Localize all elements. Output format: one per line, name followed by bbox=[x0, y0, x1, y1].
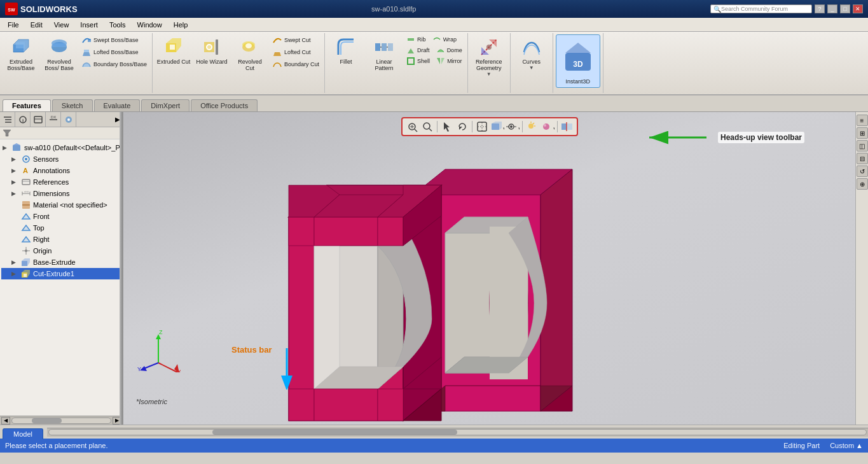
wrap-button[interactable]: Wrap bbox=[430, 34, 459, 45]
boundary-cut-button[interactable]: Boundary Cut bbox=[270, 59, 322, 70]
panel-tab-property-manager[interactable]: i bbox=[15, 112, 31, 127]
axis-indicator: Z X Y bbox=[136, 328, 181, 374]
menu-tools[interactable]: Tools bbox=[104, 20, 131, 30]
draft-icon bbox=[406, 46, 415, 55]
menu-edit[interactable]: Edit bbox=[25, 20, 48, 30]
left-scroll-track[interactable] bbox=[11, 418, 111, 424]
minimize-button[interactable]: _ bbox=[827, 4, 837, 13]
panel-tab-display-manager[interactable] bbox=[61, 112, 76, 127]
panel-tab-feature-manager[interactable] bbox=[0, 112, 15, 127]
maximize-button[interactable]: □ bbox=[840, 4, 850, 13]
swept-boss-button[interactable]: Swept Boss/Base bbox=[79, 34, 149, 46]
search-field[interactable]: 🔍 Search Community Forum bbox=[710, 4, 812, 13]
draft-button[interactable]: Draft bbox=[404, 45, 432, 55]
zoom-in-button[interactable] bbox=[420, 120, 434, 134]
rotate-button[interactable] bbox=[455, 120, 469, 134]
close-button[interactable]: ✕ bbox=[853, 4, 863, 13]
svg-point-98 bbox=[528, 123, 534, 129]
svg-rect-8 bbox=[52, 43, 67, 47]
tree-item-references[interactable]: ▶ References bbox=[1, 176, 121, 188]
lighting-button[interactable] bbox=[525, 120, 539, 134]
select-button[interactable] bbox=[440, 120, 454, 134]
axis-svg: Z X Y bbox=[136, 328, 181, 372]
help-button[interactable]: ? bbox=[815, 4, 825, 13]
mirror-icon bbox=[436, 57, 445, 66]
rib-button[interactable]: Rib bbox=[404, 34, 429, 45]
lofted-cut-button[interactable]: Lofted Cut bbox=[270, 46, 322, 58]
tab-sketch[interactable]: Sketch bbox=[52, 99, 93, 111]
panel-resize-handle[interactable] bbox=[120, 112, 123, 425]
right-btn-3[interactable]: ◫ bbox=[857, 140, 868, 151]
svg-marker-135 bbox=[378, 389, 403, 421]
lofted-boss-button[interactable]: Lofted Boss/Base bbox=[79, 46, 149, 58]
svg-point-94 bbox=[510, 125, 513, 128]
menu-file[interactable]: File bbox=[3, 20, 24, 30]
panel-tab-dimxpert-manager[interactable]: DX bbox=[46, 112, 61, 127]
extruded-cut-button[interactable]: Extruded Cut bbox=[155, 34, 192, 85]
menu-insert[interactable]: Insert bbox=[75, 20, 103, 30]
viewport[interactable]: ▼ ▼ bbox=[123, 112, 855, 425]
curves-button[interactable]: Curves ▼ bbox=[513, 34, 550, 85]
revolved-cut-button[interactable]: Revolved Cut bbox=[231, 34, 268, 85]
right-btn-1[interactable]: ≡ bbox=[857, 115, 868, 126]
swept-cut-button[interactable]: Swept Cut bbox=[270, 34, 322, 46]
tree-item-cut-extrude1[interactable]: ▶ Cut-Extrude1 bbox=[1, 268, 121, 279]
right-btn-4[interactable]: ⊟ bbox=[857, 153, 868, 164]
extruded-boss-button[interactable]: Extruded Boss/Base bbox=[3, 34, 39, 85]
tree-item-annotations[interactable]: ▶ A Annotations bbox=[1, 165, 121, 176]
appearance-button[interactable]: ▼ bbox=[541, 120, 555, 134]
dome-button[interactable]: Dome bbox=[434, 45, 465, 55]
boundary-boss-button[interactable]: Boundary Boss/Base bbox=[79, 59, 149, 70]
revolved-cut-icon bbox=[240, 37, 260, 57]
tab-model[interactable]: Model bbox=[3, 428, 43, 439]
view-orient-icon bbox=[476, 121, 488, 132]
left-panel-scrollbar[interactable]: ◀ ▶ bbox=[0, 416, 123, 425]
tree-item-front[interactable]: Front bbox=[1, 211, 121, 222]
plane-right-icon bbox=[21, 234, 31, 244]
mirror-button[interactable]: Mirror bbox=[434, 56, 465, 66]
view-orient-button[interactable] bbox=[475, 120, 489, 134]
tab-evaluate[interactable]: Evaluate bbox=[94, 99, 141, 111]
tab-office-products[interactable]: Office Products bbox=[191, 99, 258, 111]
lofted-cut-small-icon bbox=[272, 47, 282, 57]
tab-features[interactable]: Features bbox=[3, 99, 51, 111]
instant3d-button[interactable]: 3D Instant3D bbox=[556, 34, 600, 88]
menu-window[interactable]: Window bbox=[132, 20, 167, 30]
tree-item-dimensions[interactable]: ▶ ⟺ Dimensions bbox=[1, 188, 121, 199]
panel-tab-configuration-manager[interactable] bbox=[31, 112, 46, 127]
shell-button[interactable]: Shell bbox=[404, 56, 432, 66]
right-btn-6[interactable]: ⊕ bbox=[857, 178, 868, 190]
revolved-boss-button[interactable]: Revolved Boss/ Base bbox=[41, 34, 78, 85]
reference-geometry-button[interactable]: Reference Geometry ▼ bbox=[471, 34, 507, 85]
right-btn-5[interactable]: ↺ bbox=[857, 165, 868, 177]
hole-wizard-button[interactable]: Hole Wizard bbox=[193, 34, 230, 85]
display-style-button[interactable]: ▼ bbox=[490, 120, 504, 134]
svg-text:Z: Z bbox=[159, 329, 163, 335]
tree-item-top[interactable]: Top bbox=[1, 222, 121, 234]
hu-separator-4 bbox=[557, 121, 558, 132]
tree-item-right[interactable]: Right bbox=[1, 234, 121, 245]
custom-label[interactable]: Custom ▲ bbox=[830, 442, 863, 449]
section-view-button[interactable] bbox=[560, 120, 574, 134]
fillet-button[interactable]: Fillet bbox=[327, 34, 364, 85]
right-btn-2[interactable]: ⊞ bbox=[857, 127, 868, 139]
linear-pattern-button[interactable]: Linear Pattern bbox=[366, 34, 403, 85]
menu-help[interactable]: Help bbox=[169, 20, 193, 30]
feature-tree: ▶ sw-a010 (Default<<Default>_P ▶ Sensors… bbox=[0, 139, 123, 416]
hscroll-track[interactable] bbox=[48, 429, 867, 435]
left-scroll-left[interactable]: ◀ bbox=[1, 417, 10, 425]
viewport-hscrollbar[interactable] bbox=[47, 428, 868, 437]
tree-item-model[interactable]: ▶ sw-a010 (Default<<Default>_P bbox=[1, 142, 121, 153]
tree-item-sensors[interactable]: ▶ Sensors bbox=[1, 153, 121, 165]
tree-item-base-extrude[interactable]: ▶ Base-Extrude bbox=[1, 257, 121, 268]
hide-show-button[interactable]: ▼ bbox=[506, 120, 520, 134]
svg-marker-38 bbox=[565, 43, 591, 53]
tree-item-origin[interactable]: Origin bbox=[1, 245, 121, 257]
svg-marker-132 bbox=[378, 217, 403, 246]
svg-text:Y: Y bbox=[137, 366, 141, 372]
tree-item-material[interactable]: Material <not specified> bbox=[1, 199, 121, 211]
tab-dimxpert[interactable]: DimXpert bbox=[141, 99, 189, 111]
svg-marker-29 bbox=[408, 48, 414, 53]
menu-view[interactable]: View bbox=[49, 20, 74, 30]
zoom-fit-button[interactable] bbox=[405, 120, 419, 134]
